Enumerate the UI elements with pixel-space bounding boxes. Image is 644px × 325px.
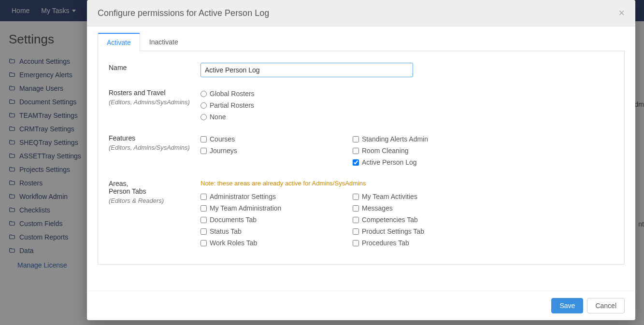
sub-features: (Editors, Admins/SysAdmins) — [109, 144, 200, 151]
check-product-settings-tab[interactable] — [353, 228, 359, 235]
check-my-team-activities[interactable] — [353, 194, 359, 200]
label-features: Features — [109, 134, 200, 142]
check-room-cleaning[interactable] — [353, 148, 359, 154]
label-work-roles-tab: Work Roles Tab — [210, 239, 257, 247]
label-areas2: Person Tabs — [109, 187, 200, 195]
label-none: None — [210, 113, 226, 121]
tabs: Activate Inactivate — [98, 32, 625, 51]
label-my-team-activities: My Team Activities — [362, 193, 417, 200]
sub-areas: (Editors & Readers) — [109, 197, 200, 204]
label-standing-alerts: Standing Alerts Admin — [362, 135, 428, 143]
label-global-rosters: Global Rosters — [210, 90, 255, 98]
check-active-person-log[interactable] — [353, 159, 359, 166]
label-documents-tab: Documents Tab — [210, 216, 257, 224]
radio-partial-rosters[interactable] — [200, 102, 207, 109]
sub-rosters: (Editors, Admins/SysAdmins) — [109, 99, 200, 106]
label-my-team-admin: My Team Administration — [210, 204, 281, 212]
label-messages: Messages — [362, 204, 393, 212]
tab-inactivate[interactable]: Inactivate — [140, 33, 187, 51]
label-courses: Courses — [210, 135, 235, 143]
row-rosters: Rosters and Travel (Editors, Admins/SysA… — [98, 85, 624, 126]
check-journeys[interactable] — [200, 148, 207, 154]
modal-configure-permissions: Configure permissions for Active Person … — [87, 0, 635, 320]
check-my-team-admin[interactable] — [200, 205, 207, 212]
check-admin-settings[interactable] — [200, 194, 207, 200]
check-messages[interactable] — [353, 205, 359, 212]
form-panel: Name Rosters and Travel (Editors, Admins… — [98, 51, 625, 265]
areas-note: Note: these areas are already active for… — [200, 179, 614, 191]
label-product-settings-tab: Product Settings Tab — [362, 227, 424, 235]
label-competencies-tab: Competencies Tab — [362, 216, 418, 224]
row-name: Name — [98, 60, 624, 80]
label-room-cleaning: Room Cleaning — [362, 147, 409, 155]
name-input[interactable] — [200, 63, 413, 77]
radio-global-rosters[interactable] — [200, 91, 207, 97]
check-work-roles-tab[interactable] — [200, 240, 207, 246]
check-courses[interactable] — [200, 136, 207, 142]
row-areas: Areas, Person Tabs (Editors & Readers) N… — [98, 176, 624, 252]
check-competencies-tab[interactable] — [353, 217, 359, 223]
label-name: Name — [109, 64, 200, 71]
label-active-person-log: Active Person Log — [362, 158, 417, 166]
check-standing-alerts[interactable] — [353, 136, 359, 142]
label-areas1: Areas, — [109, 180, 200, 187]
modal-header: Configure permissions for Active Person … — [87, 0, 635, 27]
check-documents-tab[interactable] — [200, 217, 207, 223]
label-rosters: Rosters and Travel — [109, 89, 200, 97]
label-procedures-tab: Procedures Tab — [362, 239, 409, 247]
modal-footer: Save Cancel — [87, 291, 635, 320]
cancel-button[interactable]: Cancel — [587, 298, 625, 313]
modal-body: Activate Inactivate Name Rosters and Tra… — [87, 27, 635, 291]
check-status-tab[interactable] — [200, 228, 207, 235]
tab-activate[interactable]: Activate — [98, 33, 140, 51]
label-status-tab: Status Tab — [210, 227, 242, 235]
modal-title: Configure permissions for Active Person … — [98, 8, 269, 18]
row-features: Features (Editors, Admins/SysAdmins) Cou… — [98, 130, 624, 171]
label-journeys: Journeys — [210, 147, 237, 155]
close-icon[interactable]: × — [618, 8, 625, 18]
save-button[interactable]: Save — [551, 298, 583, 313]
label-partial-rosters: Partial Rosters — [210, 101, 254, 109]
radio-none[interactable] — [200, 114, 207, 120]
check-procedures-tab[interactable] — [353, 240, 359, 246]
label-admin-settings: Administrator Settings — [210, 193, 276, 200]
